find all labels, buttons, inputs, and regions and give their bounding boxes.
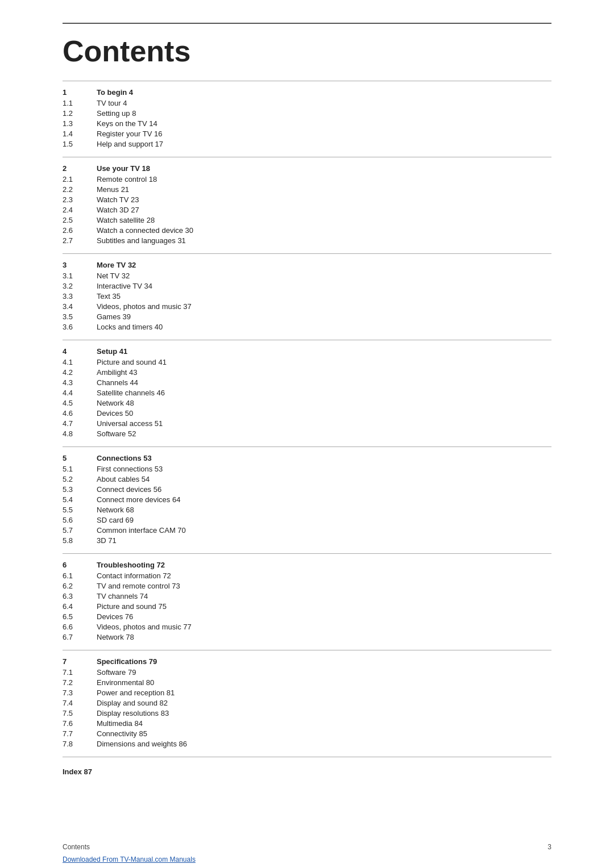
toc-item-num: 5.5 [63, 506, 97, 514]
toc-item-label: Software 52 [97, 429, 551, 438]
toc-item: 7.4Display and sound 82 [63, 698, 551, 708]
toc-item-label: Network 48 [97, 399, 551, 407]
toc-item: 4.1Picture and sound 41 [63, 357, 551, 367]
toc-item-label: Keys on the TV 14 [97, 119, 551, 128]
toc-item: 7.6Multimedia 84 [63, 718, 551, 728]
toc-item: 2.1Remote control 18 [63, 174, 551, 184]
toc-item-num: 4.1 [63, 358, 97, 366]
toc-item-label: Picture and sound 75 [97, 602, 551, 611]
toc-item-num: 5.7 [63, 526, 97, 535]
toc-item-label: Subtitles and languages 31 [97, 236, 551, 245]
toc-item-num: 6.5 [63, 612, 97, 621]
toc-section-num-1: 1 [63, 88, 97, 97]
toc-item-num: 4.6 [63, 409, 97, 418]
toc-item: 6.7Network 78 [63, 632, 551, 642]
toc-item-num: 4.7 [63, 419, 97, 428]
toc-item-label: Dimensions and weights 86 [97, 740, 551, 748]
toc-item-label: Interactive TV 34 [97, 282, 551, 290]
toc-section-num-2: 2 [63, 164, 97, 173]
toc-section-label-7: Specifications 79 [97, 657, 551, 666]
toc-section-7: 7Specifications 797.1Software 797.2Envir… [63, 650, 551, 749]
toc-item-label: Games 39 [97, 312, 551, 321]
index-row: Index 87 [63, 763, 551, 776]
toc-item-label: TV and remote control 73 [97, 582, 551, 590]
toc-item-label: Common interface CAM 70 [97, 526, 551, 535]
toc-item-num: 4.3 [63, 378, 97, 387]
toc-item-label: Environmental 80 [97, 678, 551, 687]
toc-item: 2.4Watch 3D 27 [63, 205, 551, 215]
toc-item-label: Connectivity 85 [97, 729, 551, 738]
toc-item: 5.5Network 68 [63, 504, 551, 515]
section-divider-5 [63, 446, 551, 447]
section-divider-1 [63, 81, 551, 81]
toc-section-header-5: 5Connections 53 [63, 453, 551, 463]
toc-section-label-1: To begin 4 [97, 88, 551, 97]
toc-section-num-4: 4 [63, 347, 97, 356]
toc-section-header-1: 1To begin 4 [63, 87, 551, 97]
toc-item: 7.8Dimensions and weights 86 [63, 738, 551, 749]
toc-item: 4.7Universal access 51 [63, 418, 551, 428]
toc-item-label: Watch 3D 27 [97, 206, 551, 214]
toc-item: 7.2Environmental 80 [63, 677, 551, 687]
toc-item-num: 1.1 [63, 99, 97, 107]
toc-item-num: 2.7 [63, 236, 97, 245]
toc-section-label-4: Setup 41 [97, 347, 551, 356]
toc-item-label: Display resolutions 83 [97, 709, 551, 717]
toc-item-label: Register your TV 16 [97, 130, 551, 138]
toc-section-header-6: 6Troubleshooting 72 [63, 560, 551, 570]
toc-item: 6.1Contact information 72 [63, 570, 551, 581]
toc-section-num-6: 6 [63, 561, 97, 569]
toc-item-num: 1.5 [63, 140, 97, 148]
toc-item-label: Satellite channels 46 [97, 389, 551, 397]
toc-item-label: TV tour 4 [97, 99, 551, 107]
toc-section-2: 2Use your TV 182.1Remote control 182.2Me… [63, 157, 551, 245]
toc-item-label: Videos, photos and music 77 [97, 623, 551, 631]
toc-item-label: Ambilight 43 [97, 368, 551, 377]
toc-item: 1.2Setting up 8 [63, 108, 551, 118]
toc-item-num: 6.3 [63, 592, 97, 600]
toc-section-3: 3More TV 323.1Net TV 323.2Interactive TV… [63, 253, 551, 332]
toc-item: 4.4Satellite channels 46 [63, 387, 551, 398]
toc-item: 3.1Net TV 32 [63, 270, 551, 281]
section-divider-6 [63, 553, 551, 554]
toc-item-num: 2.2 [63, 185, 97, 194]
toc-item-num: 4.4 [63, 389, 97, 397]
toc-item-num: 7.8 [63, 740, 97, 748]
toc-section-num-7: 7 [63, 657, 97, 666]
toc-section-header-2: 2Use your TV 18 [63, 163, 551, 173]
footer-link[interactable]: Downloaded From TV-Manual.com Manuals [63, 856, 196, 863]
toc-item: 2.2Menus 21 [63, 184, 551, 194]
toc-section-label-5: Connections 53 [97, 454, 551, 462]
toc-item: 1.3Keys on the TV 14 [63, 118, 551, 128]
toc-section-header-3: 3More TV 32 [63, 260, 551, 270]
toc-item-num: 4.2 [63, 368, 97, 377]
toc-item-label: Setting up 8 [97, 109, 551, 118]
toc-item: 5.3Connect devices 56 [63, 484, 551, 494]
toc-item: 2.3Watch TV 23 [63, 194, 551, 205]
toc-item-num: 6.2 [63, 582, 97, 590]
index-label: Index 87 [63, 767, 92, 776]
toc-section-label-2: Use your TV 18 [97, 164, 551, 173]
footer-bottom[interactable]: Downloaded From TV-Manual.com Manuals [63, 855, 196, 863]
toc-item: 4.8Software 52 [63, 428, 551, 439]
toc-item-label: Contact information 72 [97, 571, 551, 580]
toc-section-label-6: Troubleshooting 72 [97, 561, 551, 569]
section-divider-4 [63, 340, 551, 340]
toc-section-5: 5Connections 535.1First connections 535.… [63, 446, 551, 545]
toc-item-label: Display and sound 82 [97, 699, 551, 707]
toc-item-num: 2.1 [63, 175, 97, 183]
toc-item: 1.1TV tour 4 [63, 98, 551, 108]
toc-item-label: Connect more devices 64 [97, 495, 551, 504]
toc-item-label: Devices 76 [97, 612, 551, 621]
toc-item: 6.6Videos, photos and music 77 [63, 621, 551, 632]
toc-item-num: 7.1 [63, 668, 97, 677]
toc-item-num: 4.8 [63, 429, 97, 438]
toc-item-label: First connections 53 [97, 465, 551, 473]
toc-item-num: 7.3 [63, 688, 97, 697]
toc-item-label: Text 35 [97, 292, 551, 301]
toc-item: 3.3Text 35 [63, 291, 551, 301]
toc-item-num: 3.6 [63, 323, 97, 331]
toc-item: 2.7Subtitles and languages 31 [63, 235, 551, 245]
toc-item: 6.3TV channels 74 [63, 591, 551, 601]
toc-item-num: 2.6 [63, 226, 97, 235]
